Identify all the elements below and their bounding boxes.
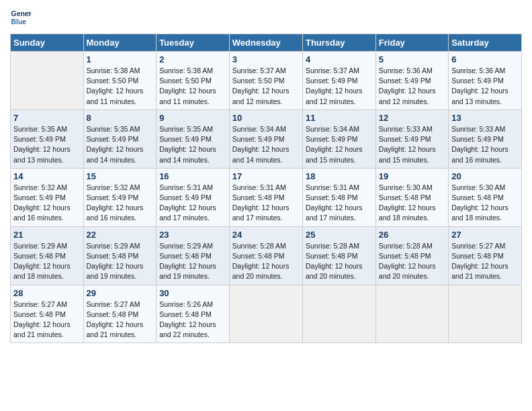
calendar-cell: 18Sunrise: 5:31 AMSunset: 5:48 PMDayligh… bbox=[302, 168, 375, 226]
calendar-body: 1Sunrise: 5:38 AMSunset: 5:50 PMDaylight… bbox=[11, 52, 522, 343]
day-info: Sunrise: 5:29 AMSunset: 5:48 PMDaylight:… bbox=[159, 241, 226, 282]
day-number: 25 bbox=[306, 230, 373, 240]
day-info: Sunrise: 5:32 AMSunset: 5:49 PMDaylight:… bbox=[13, 183, 81, 224]
day-info: Sunrise: 5:33 AMSunset: 5:49 PMDaylight:… bbox=[379, 124, 445, 165]
day-number: 21 bbox=[13, 230, 81, 240]
calendar-cell: 2Sunrise: 5:38 AMSunset: 5:50 PMDaylight… bbox=[157, 52, 230, 110]
weekday-header-thursday: Thursday bbox=[302, 34, 375, 52]
day-number: 19 bbox=[379, 171, 445, 181]
calendar-cell: 27Sunrise: 5:27 AMSunset: 5:48 PMDayligh… bbox=[449, 226, 522, 285]
day-info: Sunrise: 5:34 AMSunset: 5:49 PMDaylight:… bbox=[306, 124, 373, 165]
day-number: 26 bbox=[379, 230, 445, 240]
calendar-cell: 23Sunrise: 5:29 AMSunset: 5:48 PMDayligh… bbox=[157, 226, 230, 285]
day-info: Sunrise: 5:28 AMSunset: 5:48 PMDaylight:… bbox=[379, 241, 445, 282]
day-number: 15 bbox=[87, 171, 154, 181]
day-number: 13 bbox=[451, 113, 519, 123]
day-info: Sunrise: 5:38 AMSunset: 5:50 PMDaylight:… bbox=[87, 66, 154, 107]
svg-text:General: General bbox=[11, 10, 32, 17]
calendar-week-4: 21Sunrise: 5:29 AMSunset: 5:48 PMDayligh… bbox=[11, 226, 522, 285]
calendar-cell bbox=[229, 285, 302, 343]
calendar-cell: 19Sunrise: 5:30 AMSunset: 5:48 PMDayligh… bbox=[375, 168, 448, 226]
day-info: Sunrise: 5:30 AMSunset: 5:48 PMDaylight:… bbox=[451, 183, 519, 224]
calendar-week-3: 14Sunrise: 5:32 AMSunset: 5:49 PMDayligh… bbox=[11, 168, 522, 226]
day-number: 12 bbox=[379, 113, 445, 123]
day-info: Sunrise: 5:29 AMSunset: 5:48 PMDaylight:… bbox=[87, 241, 154, 282]
calendar-cell: 1Sunrise: 5:38 AMSunset: 5:50 PMDaylight… bbox=[83, 52, 157, 110]
day-number: 9 bbox=[159, 113, 226, 123]
day-number: 14 bbox=[13, 171, 81, 181]
calendar-cell: 11Sunrise: 5:34 AMSunset: 5:49 PMDayligh… bbox=[302, 109, 375, 168]
day-info: Sunrise: 5:38 AMSunset: 5:50 PMDaylight:… bbox=[159, 66, 226, 107]
calendar-header-row: SundayMondayTuesdayWednesdayThursdayFrid… bbox=[11, 34, 522, 52]
calendar-cell bbox=[11, 52, 84, 110]
weekday-header-wednesday: Wednesday bbox=[229, 34, 302, 52]
calendar-cell: 5Sunrise: 5:36 AMSunset: 5:49 PMDaylight… bbox=[375, 52, 448, 110]
day-info: Sunrise: 5:27 AMSunset: 5:48 PMDaylight:… bbox=[87, 300, 154, 340]
calendar-cell: 15Sunrise: 5:32 AMSunset: 5:49 PMDayligh… bbox=[83, 168, 157, 226]
day-number: 1 bbox=[87, 54, 154, 64]
svg-text:Blue: Blue bbox=[11, 18, 27, 26]
day-number: 4 bbox=[306, 54, 373, 64]
calendar-cell bbox=[449, 285, 522, 343]
calendar-cell: 6Sunrise: 5:36 AMSunset: 5:49 PMDaylight… bbox=[449, 52, 522, 110]
day-info: Sunrise: 5:36 AMSunset: 5:49 PMDaylight:… bbox=[379, 66, 445, 107]
day-number: 22 bbox=[87, 230, 154, 240]
day-number: 23 bbox=[159, 230, 226, 240]
day-number: 11 bbox=[306, 113, 373, 123]
day-info: Sunrise: 5:34 AMSunset: 5:49 PMDaylight:… bbox=[232, 124, 300, 165]
day-info: Sunrise: 5:35 AMSunset: 5:49 PMDaylight:… bbox=[159, 124, 226, 165]
day-number: 29 bbox=[87, 288, 154, 298]
day-number: 8 bbox=[87, 113, 154, 123]
calendar-cell: 3Sunrise: 5:37 AMSunset: 5:50 PMDaylight… bbox=[229, 52, 302, 110]
calendar-table: SundayMondayTuesdayWednesdayThursdayFrid… bbox=[10, 34, 522, 343]
day-number: 18 bbox=[306, 171, 373, 181]
day-info: Sunrise: 5:36 AMSunset: 5:49 PMDaylight:… bbox=[451, 66, 519, 107]
calendar-cell bbox=[375, 285, 448, 343]
day-info: Sunrise: 5:35 AMSunset: 5:49 PMDaylight:… bbox=[13, 124, 81, 165]
day-info: Sunrise: 5:33 AMSunset: 5:49 PMDaylight:… bbox=[451, 124, 519, 165]
day-number: 6 bbox=[451, 54, 519, 64]
calendar-cell bbox=[302, 285, 375, 343]
day-number: 10 bbox=[232, 113, 300, 123]
calendar-week-2: 7Sunrise: 5:35 AMSunset: 5:49 PMDaylight… bbox=[11, 109, 522, 168]
day-info: Sunrise: 5:29 AMSunset: 5:48 PMDaylight:… bbox=[13, 241, 81, 282]
calendar-cell: 16Sunrise: 5:31 AMSunset: 5:49 PMDayligh… bbox=[157, 168, 230, 226]
weekday-header-saturday: Saturday bbox=[449, 34, 522, 52]
calendar-cell: 14Sunrise: 5:32 AMSunset: 5:49 PMDayligh… bbox=[11, 168, 84, 226]
calendar-cell: 4Sunrise: 5:37 AMSunset: 5:49 PMDaylight… bbox=[302, 52, 375, 110]
calendar-cell: 7Sunrise: 5:35 AMSunset: 5:49 PMDaylight… bbox=[11, 109, 84, 168]
day-info: Sunrise: 5:31 AMSunset: 5:48 PMDaylight:… bbox=[232, 183, 300, 224]
calendar-cell: 21Sunrise: 5:29 AMSunset: 5:48 PMDayligh… bbox=[11, 226, 84, 285]
calendar-cell: 26Sunrise: 5:28 AMSunset: 5:48 PMDayligh… bbox=[375, 226, 448, 285]
calendar-cell: 13Sunrise: 5:33 AMSunset: 5:49 PMDayligh… bbox=[449, 109, 522, 168]
day-number: 24 bbox=[232, 230, 300, 240]
day-number: 3 bbox=[232, 54, 300, 64]
day-info: Sunrise: 5:26 AMSunset: 5:48 PMDaylight:… bbox=[159, 300, 226, 340]
calendar-cell: 25Sunrise: 5:28 AMSunset: 5:48 PMDayligh… bbox=[302, 226, 375, 285]
page-header: General Blue bbox=[10, 7, 522, 28]
calendar-cell: 22Sunrise: 5:29 AMSunset: 5:48 PMDayligh… bbox=[83, 226, 157, 285]
calendar-cell: 30Sunrise: 5:26 AMSunset: 5:48 PMDayligh… bbox=[157, 285, 230, 343]
day-number: 20 bbox=[451, 171, 519, 181]
calendar-cell: 12Sunrise: 5:33 AMSunset: 5:49 PMDayligh… bbox=[375, 109, 448, 168]
weekday-header-tuesday: Tuesday bbox=[157, 34, 230, 52]
day-info: Sunrise: 5:31 AMSunset: 5:49 PMDaylight:… bbox=[159, 183, 226, 224]
calendar-cell: 10Sunrise: 5:34 AMSunset: 5:49 PMDayligh… bbox=[229, 109, 302, 168]
day-info: Sunrise: 5:30 AMSunset: 5:48 PMDaylight:… bbox=[379, 183, 445, 224]
calendar-cell: 17Sunrise: 5:31 AMSunset: 5:48 PMDayligh… bbox=[229, 168, 302, 226]
day-number: 5 bbox=[379, 54, 445, 64]
day-number: 2 bbox=[159, 54, 226, 64]
calendar-week-1: 1Sunrise: 5:38 AMSunset: 5:50 PMDaylight… bbox=[11, 52, 522, 110]
day-info: Sunrise: 5:32 AMSunset: 5:49 PMDaylight:… bbox=[87, 183, 154, 224]
calendar-cell: 29Sunrise: 5:27 AMSunset: 5:48 PMDayligh… bbox=[83, 285, 157, 343]
day-number: 28 bbox=[13, 288, 81, 298]
calendar-cell: 8Sunrise: 5:35 AMSunset: 5:49 PMDaylight… bbox=[83, 109, 157, 168]
day-number: 27 bbox=[451, 230, 519, 240]
calendar-cell: 9Sunrise: 5:35 AMSunset: 5:49 PMDaylight… bbox=[157, 109, 230, 168]
day-info: Sunrise: 5:31 AMSunset: 5:48 PMDaylight:… bbox=[306, 183, 373, 224]
weekday-header-friday: Friday bbox=[375, 34, 448, 52]
weekday-header-monday: Monday bbox=[83, 34, 157, 52]
day-number: 30 bbox=[159, 288, 226, 298]
logo: General Blue bbox=[10, 7, 34, 28]
calendar-cell: 20Sunrise: 5:30 AMSunset: 5:48 PMDayligh… bbox=[449, 168, 522, 226]
